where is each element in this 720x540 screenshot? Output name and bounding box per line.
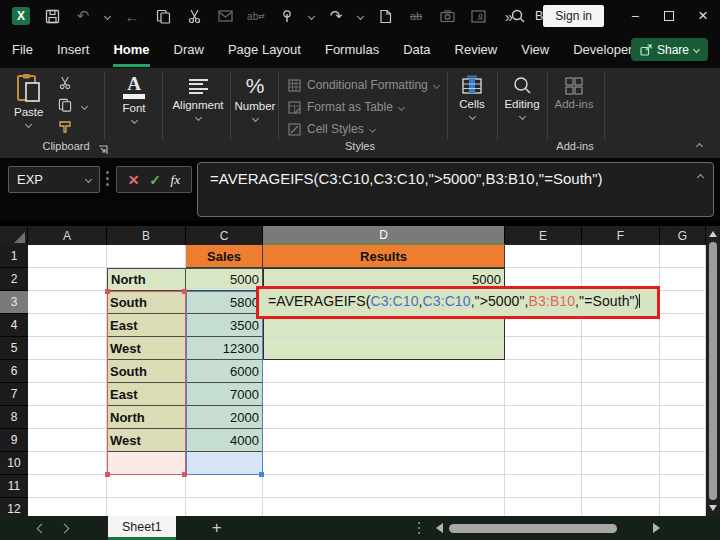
confirm-entry-icon[interactable]: ✓ [149,172,161,188]
addins-button[interactable]: Add-ins [551,77,597,110]
tab-review[interactable]: Review [455,33,498,67]
cell-c11[interactable] [186,475,263,498]
cell-c2[interactable]: 5000 [186,268,263,291]
formula-cell-text[interactable]: =AVERAGEIFS(C3:C10,C3:C10,">5000",B3:B10… [268,293,640,309]
range-handle[interactable] [182,472,187,477]
copy-icon[interactable] [154,7,172,25]
number-menu-button[interactable]: % Number [234,75,276,121]
cell-f8[interactable] [582,406,660,429]
cell-d11[interactable] [263,475,505,498]
cell-d7[interactable] [263,383,505,406]
cell-a9[interactable] [28,429,107,452]
touch-mode-icon[interactable] [278,7,296,25]
insert-function-icon[interactable]: fx [170,172,180,188]
cell-d10[interactable] [263,452,505,475]
scroll-left-icon[interactable] [436,523,443,533]
cell-a8[interactable] [28,406,107,429]
cell-a4[interactable] [28,314,107,337]
column-header-d[interactable]: D [263,226,505,245]
maximize-button[interactable] [652,0,686,32]
strikethrough-icon[interactable]: ab [407,7,425,25]
tab-view[interactable]: View [521,33,549,67]
column-header-c[interactable]: C [186,226,263,245]
tab-home[interactable]: Home [113,33,149,67]
select-all-corner[interactable] [0,226,28,245]
redo-icon[interactable]: ↷ [327,7,345,25]
range-handle[interactable] [105,289,110,294]
row-header-11[interactable]: 11 [0,475,28,498]
copy-dropdown-icon[interactable] [81,103,88,110]
cell-g7[interactable] [660,383,706,406]
cell-g10[interactable] [660,452,706,475]
format-painter-button[interactable] [58,120,72,138]
vertical-scrollbar[interactable] [706,226,720,516]
horizontal-scroll-thumb[interactable] [449,524,617,533]
previous-sheet-icon[interactable] [37,523,47,533]
undo-dropdown-icon[interactable] [104,12,111,19]
cell-c1-sales-header[interactable]: Sales [186,245,263,268]
redo-dropdown-icon[interactable] [357,12,364,19]
vertical-scroll-thumb[interactable] [709,242,717,500]
tab-page-layout[interactable]: Page Layout [228,33,301,67]
tab-data[interactable]: Data [403,33,430,67]
cell-g11[interactable] [660,475,706,498]
row-header-5[interactable]: 5 [0,337,28,360]
cell-a11[interactable] [28,475,107,498]
cell-a12[interactable] [28,498,107,516]
cell-b11[interactable] [107,475,186,498]
scroll-right-icon[interactable] [653,523,660,533]
search-icon[interactable] [509,7,527,25]
sign-in-button[interactable]: Sign in [543,5,604,27]
cell-g12[interactable] [660,498,706,516]
range-handle[interactable] [259,472,264,477]
cell-d12[interactable] [263,498,505,516]
email-icon[interactable] [216,7,234,25]
row-header-1[interactable]: 1 [0,245,28,268]
copy-button[interactable] [58,98,72,116]
row-header-8[interactable]: 8 [0,406,28,429]
scroll-down-icon[interactable] [709,505,717,511]
sheet-view-icon[interactable] [469,7,487,25]
cell-a7[interactable] [28,383,107,406]
range-handle[interactable] [105,472,110,477]
column-header-a[interactable]: A [28,226,107,245]
cell-e7[interactable] [505,383,582,406]
row-header-6[interactable]: 6 [0,360,28,383]
minimize-button[interactable]: − [618,0,652,32]
tab-file[interactable]: File [12,33,33,67]
cell-b12[interactable] [107,498,186,516]
cell-a2[interactable] [28,268,107,291]
find-replace-icon[interactable]: ab⇄ [247,7,265,25]
share-button[interactable]: Share [631,38,708,61]
column-header-f[interactable]: F [582,226,660,245]
row-header-7[interactable]: 7 [0,383,28,406]
cell-e8[interactable] [505,406,582,429]
cell-a10[interactable] [28,452,107,475]
camera-icon[interactable] [438,7,456,25]
cell-e12[interactable] [505,498,582,516]
cell-g9[interactable] [660,429,706,452]
cell-f7[interactable] [582,383,660,406]
cell-f1[interactable] [582,245,660,268]
cell-e1[interactable] [505,245,582,268]
cell-g3[interactable] [660,291,706,314]
cell-styles-button[interactable]: Cell Styles [288,122,375,136]
tab-insert[interactable]: Insert [57,33,90,67]
cell-a6[interactable] [28,360,107,383]
sheet-tab-sheet1[interactable]: Sheet1 [108,516,176,540]
cell-e6[interactable] [505,360,582,383]
cut-icon[interactable] [185,7,203,25]
cells-menu-button[interactable]: Cells [451,75,493,119]
cell-g6[interactable] [660,360,706,383]
cell-e9[interactable] [505,429,582,452]
add-sheet-button[interactable]: + [212,518,222,538]
cell-d1-results-header[interactable]: Results [263,245,505,268]
column-header-b[interactable]: B [107,226,186,245]
cell-f9[interactable] [582,429,660,452]
cell-a3[interactable] [28,291,107,314]
cell-e5[interactable] [505,337,582,360]
column-header-g[interactable]: G [660,226,706,245]
cell-f12[interactable] [582,498,660,516]
cell-g1[interactable] [660,245,706,268]
cell-d8[interactable] [263,406,505,429]
